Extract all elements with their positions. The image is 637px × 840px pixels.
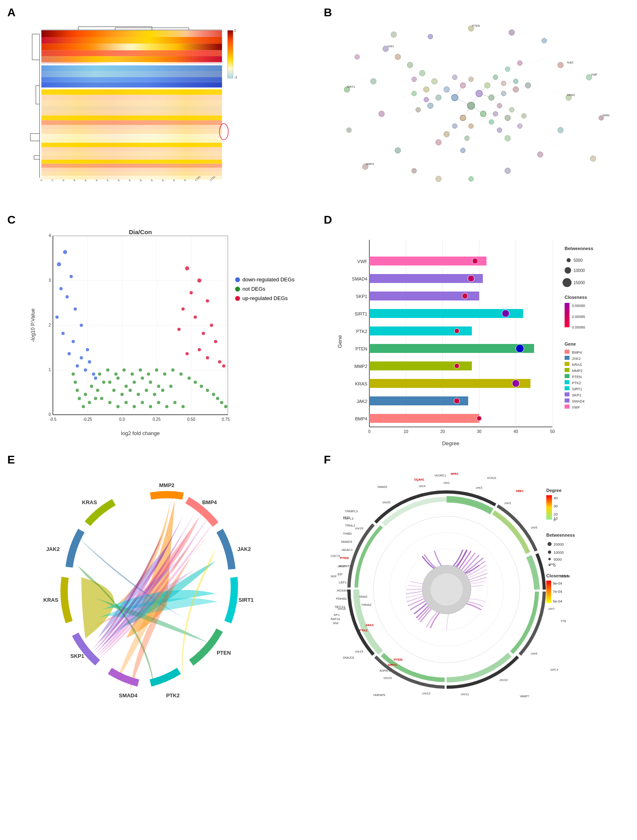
- svg-text:SMAD4: SMAD4: [572, 399, 585, 403]
- svg-point-151: [424, 97, 429, 102]
- svg-point-312: [84, 393, 87, 396]
- svg-text:0.75: 0.75: [222, 417, 230, 422]
- svg-point-186: [509, 30, 515, 35]
- svg-rect-378: [565, 350, 569, 354]
- svg-point-153: [465, 136, 469, 141]
- svg-text:SIRT1: SIRT1: [347, 85, 355, 88]
- svg-point-314: [78, 397, 81, 400]
- svg-point-185: [542, 38, 547, 43]
- svg-text:SMAD2: SMAD2: [377, 485, 387, 488]
- svg-point-247: [185, 266, 189, 270]
- svg-point-190: [355, 54, 360, 59]
- svg-text:TRMPL3: TRMPL3: [345, 509, 358, 513]
- svg-text:Betweenness: Betweenness: [546, 533, 575, 538]
- svg-point-236: [80, 324, 83, 327]
- svg-point-286: [173, 401, 177, 404]
- svg-text:hub1: hub1: [388, 45, 394, 48]
- panel-d-label: D: [324, 213, 332, 226]
- panel-e-label: E: [7, 453, 15, 466]
- svg-text:KRAS: KRAS: [44, 597, 59, 603]
- svg-rect-353: [369, 309, 523, 318]
- svg-point-234: [74, 307, 77, 311]
- svg-text:NGF: NGF: [331, 575, 337, 578]
- svg-point-287: [181, 405, 185, 408]
- legend-label-up: up-regulated DEGs: [242, 295, 288, 301]
- svg-point-169: [521, 113, 526, 118]
- svg-point-301: [188, 376, 191, 380]
- svg-point-196: [590, 156, 596, 161]
- svg-text:PTEN: PTEN: [356, 346, 367, 351]
- svg-point-231: [70, 275, 73, 278]
- svg-point-269: [112, 389, 116, 392]
- svg-point-135: [484, 83, 490, 88]
- svg-text:SIRT1: SIRT1: [239, 597, 254, 603]
- svg-text:BMP4: BMP4: [355, 416, 367, 421]
- svg-point-152: [444, 131, 449, 137]
- legend-label-not: not DEGs: [242, 286, 265, 292]
- svg-text:PTK2: PTK2: [166, 692, 179, 699]
- svg-text:HNRNPK: HNRNPK: [373, 694, 386, 696]
- svg-point-313: [82, 405, 85, 408]
- svg-point-189: [391, 32, 397, 37]
- svg-text:chr15: chr15: [355, 650, 364, 653]
- svg-text:Degree: Degree: [442, 440, 460, 446]
- svg-point-133: [444, 87, 449, 92]
- svg-rect-44: [41, 89, 222, 180]
- svg-point-132: [480, 111, 486, 117]
- svg-text:SKP1: SKP1: [356, 294, 367, 299]
- svg-point-270: [120, 393, 124, 396]
- svg-text:PTEN: PTEN: [472, 24, 480, 27]
- svg-point-274: [153, 393, 156, 396]
- svg-text:4: 4: [48, 233, 51, 238]
- svg-text:TTN: TTN: [561, 620, 566, 622]
- svg-point-310: [94, 397, 97, 400]
- svg-point-267: [149, 381, 152, 384]
- svg-point-277: [100, 397, 103, 400]
- svg-point-368: [565, 267, 571, 274]
- svg-point-284: [157, 401, 160, 404]
- svg-point-261: [222, 364, 225, 368]
- svg-rect-382: [565, 362, 569, 366]
- svg-point-168: [525, 83, 531, 88]
- svg-point-167: [517, 124, 522, 128]
- svg-point-345: [454, 363, 459, 368]
- svg-text:GBE1: GBE1: [516, 490, 524, 492]
- svg-text:Betweenness: Betweenness: [565, 246, 593, 251]
- volcano-area: Dia/Con log2 fold change -log10 P.Value …: [28, 228, 224, 423]
- svg-point-311: [88, 401, 91, 404]
- panel-d: D Degree Gene 0 10 20 30 40 50: [321, 211, 633, 447]
- svg-point-336: [477, 416, 482, 421]
- svg-text:GPC3: GPC3: [550, 668, 558, 671]
- svg-point-294: [131, 372, 134, 376]
- svg-point-141: [493, 75, 498, 80]
- svg-point-184: [558, 62, 563, 68]
- svg-text:CDC73: CDC73: [331, 555, 340, 557]
- svg-point-176: [395, 148, 401, 153]
- svg-point-265: [133, 381, 136, 384]
- panel-f-label: F: [324, 453, 331, 466]
- svg-text:15000: 15000: [574, 281, 585, 285]
- svg-point-174: [371, 78, 376, 84]
- svg-text:SKP1: SKP1: [70, 653, 84, 659]
- svg-rect-394: [565, 398, 569, 403]
- svg-text:KRAS: KRAS: [355, 381, 367, 386]
- svg-point-245: [92, 372, 95, 376]
- svg-text:-2: -2: [234, 76, 238, 79]
- svg-point-188: [428, 34, 433, 39]
- svg-text:TMPL3: TMPL3: [343, 517, 353, 520]
- svg-text:chr7: chr7: [548, 607, 555, 611]
- svg-point-360: [468, 275, 474, 282]
- legend-item-up: up-regulated DEGs: [235, 295, 308, 301]
- svg-text:log2 fold change: log2 fold change: [121, 430, 159, 436]
- svg-point-285: [165, 405, 168, 408]
- svg-point-309: [90, 385, 93, 388]
- svg-point-154: [497, 128, 502, 133]
- svg-point-273: [145, 389, 148, 392]
- svg-text:2: 2: [234, 29, 236, 33]
- svg-point-280: [124, 401, 128, 404]
- svg-point-161: [412, 77, 417, 82]
- svg-point-351: [454, 329, 459, 333]
- svg-text:0.0: 0.0: [119, 417, 125, 422]
- svg-text:chr3: chr3: [504, 501, 511, 505]
- panel-a-label: A: [7, 6, 15, 19]
